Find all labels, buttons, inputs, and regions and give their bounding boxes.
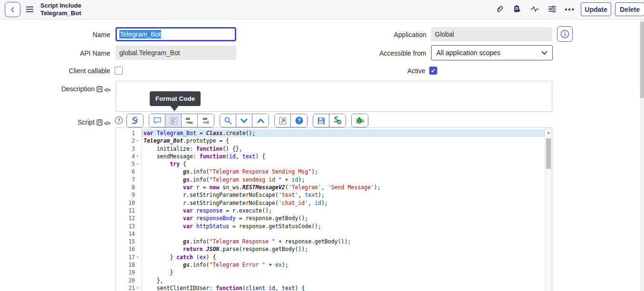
code-line-17[interactable]: } catch (ex) { (142, 253, 545, 261)
toolbar-button-toggle-comment[interactable] (149, 114, 165, 127)
toolbar-button-find-previous[interactable] (252, 114, 269, 127)
api-name-label: API Name (0, 49, 110, 57)
line-number[interactable]: 20 (116, 277, 141, 284)
toolbar-button-open-in-new-window[interactable] (275, 114, 291, 127)
page-scrollbar[interactable] (640, 19, 644, 291)
toolbar-button-start-debugging[interactable] (352, 114, 368, 127)
line-number[interactable]: 4▾ (116, 153, 141, 160)
line-number[interactable]: 18 (116, 261, 141, 269)
fold-toggle-icon[interactable]: ▾ (135, 160, 140, 168)
help-circle-icon: ? (295, 116, 303, 125)
scroll-up-arrow[interactable]: ▲ (545, 129, 552, 136)
svg-text:?: ? (117, 118, 120, 123)
line-number[interactable]: 16 (116, 245, 141, 253)
search-icon (224, 116, 232, 125)
line-number[interactable]: 3 (116, 145, 141, 153)
line-number[interactable]: 10 (116, 199, 141, 207)
code-line-3[interactable]: initialize: function() {}, (142, 145, 545, 153)
script-format-icon (130, 116, 140, 126)
info-icon (560, 29, 569, 39)
code-line-16[interactable]: return JSON.parse(response.getBody()); (142, 245, 545, 253)
editor-code[interactable]: var Telegram_Bot = Class.create();Telegr… (142, 128, 545, 291)
client-callable-checkbox[interactable] (115, 67, 123, 75)
script-code-editor[interactable]: 12▾34▾5▾67891011121314151617▾18192021▾ v… (115, 127, 552, 291)
code-line-9[interactable]: r.setStringParameterNoEscape('text', tex… (142, 191, 545, 199)
code-line-1[interactable]: var Telegram_Bot = Class.create(); (142, 129, 545, 137)
line-number[interactable]: 1 (116, 129, 141, 137)
fold-toggle-icon[interactable]: ▾ (135, 284, 140, 291)
code-line-8[interactable]: var r = new sn_ws.RESTMessageV2('Telegra… (142, 184, 545, 191)
application-info-button[interactable] (557, 26, 573, 42)
activity-icon[interactable] (530, 5, 539, 13)
code-line-5[interactable]: try { (142, 160, 545, 168)
code-line-10[interactable]: r.setStringParameterNoEscape('chat_id', … (142, 199, 545, 207)
line-number[interactable]: 14 (116, 230, 141, 238)
toolbar-button-format-script[interactable] (127, 114, 143, 127)
line-number[interactable]: 2▾ (116, 137, 141, 145)
back-button[interactable] (5, 2, 20, 17)
active-label: Active (314, 67, 425, 75)
code-line-2[interactable]: Telegram_Bot.prototype = { (142, 137, 545, 145)
editor-scrollbar[interactable]: ▲ (545, 128, 552, 291)
toolbar-button-syntax-check[interactable] (329, 114, 346, 127)
svg-text:?: ? (298, 117, 300, 123)
line-number[interactable]: 19 (116, 269, 141, 276)
save-field-icon[interactable] (96, 86, 103, 92)
attachment-icon[interactable] (495, 5, 504, 13)
toolbar-button-search[interactable] (220, 114, 236, 127)
toolbar-button-help[interactable]: ? (291, 114, 307, 127)
code-line-20[interactable]: }, (142, 277, 545, 284)
line-number[interactable]: 5▾ (116, 160, 141, 168)
line-number[interactable]: 21▾ (116, 284, 141, 291)
fold-toggle-icon[interactable]: ▾ (135, 253, 140, 261)
paste-export-icon[interactable] (513, 5, 521, 13)
code-line-7[interactable]: gs.info("Telegram sendmsg id " + id); (142, 176, 545, 184)
code-line-14[interactable] (142, 230, 545, 238)
line-number[interactable]: 17▾ (116, 253, 141, 261)
accessible-from-select[interactable]: All application scopes (431, 45, 553, 60)
context-menu-icon[interactable] (26, 6, 34, 13)
editor-scrollbar-thumb[interactable] (546, 138, 551, 169)
line-number[interactable]: 6 (116, 168, 141, 175)
more-options-icon[interactable]: ••• (566, 5, 574, 13)
syntax-check-icon (333, 116, 342, 125)
code-line-15[interactable]: gs.info("Telegram Response " + response.… (142, 238, 545, 245)
delete-button[interactable]: Delete (615, 2, 644, 16)
page-scrollbar-thumb[interactable] (640, 22, 644, 98)
code-field-icon[interactable]: </> (104, 86, 110, 93)
toolbar-button-save[interactable] (313, 114, 329, 127)
toolbar-button-find-next[interactable] (236, 114, 252, 127)
fold-toggle-icon[interactable]: ▾ (135, 137, 140, 145)
personalize-settings-icon[interactable] (548, 5, 557, 13)
toolbar-button-group: ab➜acab➜≣ (149, 114, 214, 127)
line-number[interactable]: 9 (116, 191, 141, 199)
code-field-icon[interactable]: </> (104, 119, 110, 126)
fold-toggle-icon[interactable]: ▾ (135, 153, 140, 160)
code-line-21[interactable]: sentClientIDUser: function(client_id, te… (142, 284, 545, 291)
line-number[interactable]: 12 (116, 214, 141, 222)
active-checkbox[interactable]: ✓ (429, 67, 437, 75)
line-number[interactable]: 13 (116, 223, 141, 230)
toolbar-button-replace-all[interactable]: ab➜≣ (198, 114, 214, 127)
toolbar-button-format-code[interactable] (165, 114, 182, 127)
code-line-11[interactable]: var response = r.execute(); (142, 207, 545, 214)
format-code-icon (170, 117, 177, 125)
update-button[interactable]: Update (581, 2, 611, 16)
name-input[interactable]: Telegram_Bot (115, 27, 236, 41)
script-help-icon[interactable]: ? (115, 116, 123, 125)
line-number[interactable]: 7 (116, 176, 141, 184)
find-next-icon (240, 118, 248, 123)
line-number[interactable]: 11 (116, 207, 141, 214)
script-label-row: Script</> (0, 118, 110, 126)
toolbar-button-replace[interactable]: ab➜ac (182, 114, 198, 127)
line-number[interactable]: 15 (116, 238, 141, 245)
save-field-icon[interactable] (96, 119, 103, 126)
code-line-13[interactable]: var httpStatus = response.getStatusCode(… (142, 223, 545, 230)
code-line-19[interactable]: } (142, 269, 545, 276)
code-line-12[interactable]: var responseBody = response.getBody(); (142, 214, 545, 222)
line-number[interactable]: 8 (116, 184, 141, 191)
code-line-4[interactable]: sendMessage: function(id, text) { (142, 153, 545, 160)
code-line-6[interactable]: gs.info("Telegram Response Sending Msg")… (142, 168, 545, 175)
code-line-18[interactable]: gs.info("Telegram Error " + ex); (142, 261, 545, 269)
description-label: Description (61, 85, 95, 93)
